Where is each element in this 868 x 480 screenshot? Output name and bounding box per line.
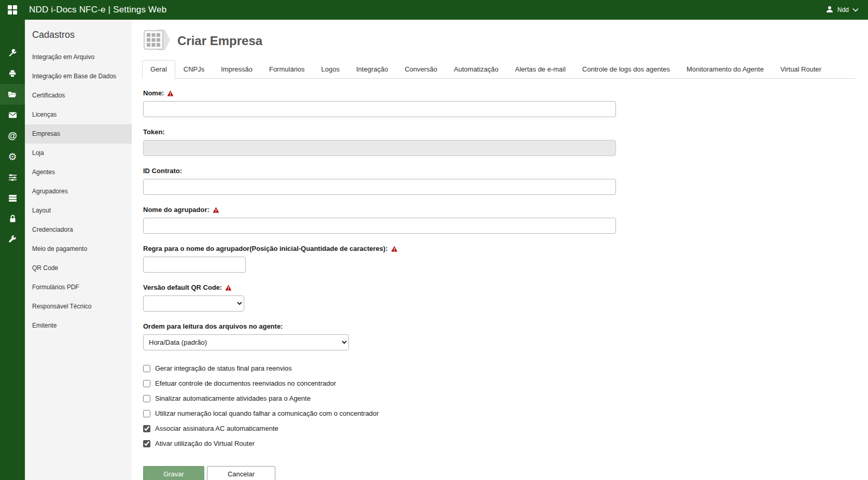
sidebar-item-integracao-em-arquivo[interactable]: Integração em Arquivo — [25, 48, 132, 67]
utilizar-numeracao-local-checkbox[interactable] — [143, 410, 150, 417]
id-contrato-label: ID Contrato: — [143, 167, 856, 175]
required-warning-icon — [167, 90, 174, 96]
checkbox-row-utilizar-numeracao-local: Utilizar numeração local quando falhar a… — [143, 410, 856, 417]
tab-cnpjs[interactable]: CNPJs — [175, 60, 213, 79]
tools-icon[interactable] — [0, 43, 25, 63]
sidebar-item-certificados[interactable]: Certificados — [25, 86, 132, 105]
save-button[interactable]: Gravar — [143, 466, 204, 480]
sidebar-item-agentes[interactable]: Agentes — [25, 163, 132, 182]
sidebar: Cadastros Integração em Arquivo Integraç… — [25, 20, 132, 480]
wrench-icon[interactable] — [0, 229, 25, 250]
main-content: Criar Empresa Geral CNPJs Impressão Form… — [132, 20, 868, 480]
versao-qr-select[interactable] — [143, 295, 244, 312]
associar-assinatura-ac-label[interactable]: Associar assinatura AC automaticamente — [155, 425, 278, 432]
ordem-leitura-label: Ordem para leitura dos arquivos no agent… — [143, 322, 856, 330]
tab-automatizacao[interactable]: Automatização — [445, 60, 507, 79]
sidebar-item-licencas[interactable]: Licenças — [25, 105, 132, 124]
sidebar-item-integracao-em-base-de-dados[interactable]: Integração em Base de Dados — [25, 67, 132, 86]
folder-open-icon[interactable] — [0, 84, 25, 105]
regra-agrupador-label: Regra para o nome do agrupador(Posição i… — [143, 245, 856, 252]
tab-bar: Geral CNPJs Impressão Formulários Logos … — [142, 60, 856, 79]
sidebar-title: Cadastros — [25, 20, 132, 48]
sinalizar-atividades-checkbox[interactable] — [143, 395, 150, 402]
tab-alertas-de-email[interactable]: Alertas de e-mail — [507, 60, 574, 79]
utilizar-numeracao-local-label[interactable]: Utilizar numeração local quando falhar a… — [155, 410, 379, 417]
checkbox-row-efetuar-controle: Efetuar controle de documentos reenviado… — [143, 379, 856, 387]
app-launcher-icon[interactable] — [0, 5, 25, 15]
options-checkbox-group: Gerar integração de status final para re… — [143, 364, 856, 447]
nome-agrupador-label: Nome do agrupador: — [143, 206, 856, 214]
tab-geral[interactable]: Geral — [142, 60, 175, 79]
gerar-integracao-checkbox[interactable] — [143, 365, 150, 372]
tab-conversao[interactable]: Conversão — [396, 60, 445, 79]
form-actions: Gravar Cancelar — [143, 466, 856, 480]
ativar-virtual-router-label[interactable]: Ativar utilização do Virtual Router — [155, 440, 255, 447]
chevron-down-icon — [852, 6, 859, 13]
required-warning-icon — [391, 246, 398, 252]
checkbox-row-associar-assinatura-ac: Associar assinatura AC automaticamente — [143, 425, 856, 432]
page-header: Criar Empresa — [142, 26, 856, 56]
sidebar-item-agrupadores[interactable]: Agrupadores — [25, 182, 132, 201]
lock-icon[interactable] — [0, 208, 25, 229]
sidebar-item-loja[interactable]: Loja — [25, 144, 132, 163]
user-menu[interactable]: Ndd — [825, 5, 859, 15]
gear-icon[interactable]: ⚙ — [0, 146, 25, 167]
id-contrato-input[interactable] — [143, 179, 616, 195]
sinalizar-atividades-label[interactable]: Sinalizar automaticamente atividades par… — [155, 394, 311, 402]
nome-agrupador-input[interactable] — [143, 218, 616, 234]
checkbox-row-gerar-integracao: Gerar integração de status final para re… — [143, 364, 856, 372]
sidebar-item-credenciadora[interactable]: Credenciadora — [25, 220, 132, 239]
user-icon — [825, 5, 834, 15]
topbar: NDD i-Docs NFC-e | Settings Web Ndd — [0, 0, 868, 20]
ativar-virtual-router-checkbox[interactable] — [143, 440, 150, 447]
checkbox-row-sinalizar-atividades: Sinalizar automaticamente atividades par… — [143, 394, 856, 402]
sliders-icon[interactable] — [0, 167, 25, 188]
regra-agrupador-input[interactable] — [143, 257, 246, 273]
tab-formularios[interactable]: Formulários — [261, 60, 313, 79]
cancel-button[interactable]: Cancelar — [207, 466, 275, 480]
sidebar-item-layout[interactable]: Layout — [25, 201, 132, 220]
efetuar-controle-label[interactable]: Efetuar controle de documentos reenviado… — [155, 379, 336, 387]
checkbox-row-ativar-virtual-router: Ativar utilização do Virtual Router — [143, 440, 856, 447]
sidebar-item-emitente[interactable]: Emitente — [25, 316, 132, 335]
required-warning-icon — [225, 285, 232, 291]
page-title: Criar Empresa — [177, 34, 262, 48]
layers-icon[interactable] — [0, 188, 25, 208]
tab-logos[interactable]: Logos — [313, 60, 348, 79]
sidebar-item-responsavel-tecnico[interactable]: Responsável Técnico — [25, 297, 132, 316]
gerar-integracao-label[interactable]: Gerar integração de status final para re… — [155, 364, 292, 372]
tab-controle-de-logs-dos-agentes[interactable]: Controle de logs dos agentes — [574, 60, 678, 79]
associar-assinatura-ac-checkbox[interactable] — [143, 425, 150, 432]
printer-icon[interactable] — [0, 63, 25, 84]
tab-monitoramento-do-agente[interactable]: Monitoramento do Agente — [678, 60, 772, 79]
user-name: Ndd — [837, 6, 849, 13]
token-label: Token: — [143, 128, 856, 136]
sidebar-item-empresas[interactable]: Empresas — [25, 124, 132, 144]
tab-impressao[interactable]: Impressão — [213, 60, 261, 79]
efetuar-controle-checkbox[interactable] — [143, 380, 150, 387]
token-input — [143, 140, 616, 156]
page-header-icon — [142, 29, 170, 53]
app-title: NDD i-Docs NFC-e | Settings Web — [29, 5, 166, 15]
icon-rail: @ ⚙ — [0, 20, 25, 480]
tab-integracao[interactable]: Integração — [348, 60, 396, 79]
sidebar-item-formularios-pdf[interactable]: Formulários PDF — [25, 278, 132, 297]
mail-icon[interactable] — [0, 105, 25, 125]
nome-input[interactable] — [143, 101, 616, 117]
ordem-leitura-select[interactable]: Hora/Data (padrão) — [143, 334, 349, 350]
empresa-form: Nome: Token: ID Contrato: Nome do — [142, 79, 856, 480]
sidebar-item-meio-de-pagamento[interactable]: Meio de pagamento — [25, 239, 132, 259]
versao-qr-label: Versão default QR Code: — [143, 284, 856, 291]
tab-virtual-router[interactable]: Virtual Router — [772, 60, 830, 79]
required-warning-icon — [213, 207, 219, 213]
nome-label: Nome: — [143, 89, 856, 97]
at-icon[interactable]: @ — [0, 125, 25, 146]
sidebar-item-qr-code[interactable]: QR Code — [25, 259, 132, 278]
